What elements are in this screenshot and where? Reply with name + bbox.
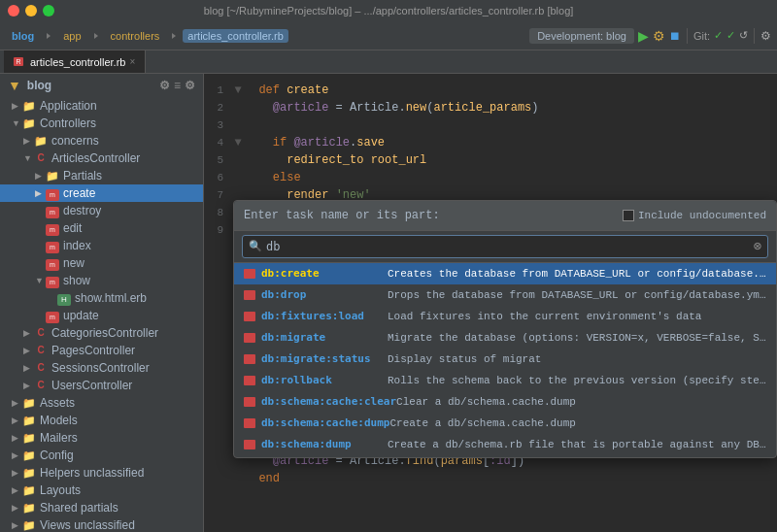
svg-marker-0 — [47, 33, 51, 39]
autocomplete-cmd: db:create — [261, 265, 388, 283]
sidebar-item-sessionscontroller[interactable]: ▶ C SessionsController — [0, 359, 203, 377]
code-content[interactable]: 1 ▼ def create 2 @article = Article.new(… — [204, 74, 777, 532]
autocomplete-row[interactable]: db:migrateMigrate the database (options:… — [234, 327, 776, 349]
window-title: blog [~/RubymineProjects/blog] – .../app… — [204, 5, 574, 17]
main-toolbar: blog app controllers articles_controller… — [0, 21, 777, 50]
autocomplete-row[interactable]: db:schema:cache:dumpCreate a db/schema.c… — [234, 413, 776, 434]
minimize-button[interactable] — [25, 5, 37, 17]
sidebar-item-layouts[interactable]: ▶ 📁 Layouts — [0, 482, 203, 499]
autocomplete-panel: Enter task name or its part: Include und… — [233, 200, 777, 458]
rake-icon — [242, 353, 257, 365]
sidebar-item-categoriescontroller[interactable]: ▶ C CategoriesController — [0, 324, 203, 342]
autocomplete-desc: Clear a db/schema.cache.dump — [396, 393, 576, 411]
sidebar-item-show[interactable]: ▼ m show — [0, 272, 203, 289]
autocomplete-row[interactable]: db:schema:dumpCreate a db/schema.rb file… — [234, 434, 776, 455]
sidebar-item-label: Controllers — [40, 116, 96, 130]
sidebar-item-destroy[interactable]: m destroy — [0, 202, 203, 219]
chevron-right-icon — [44, 31, 53, 41]
sidebar-item-shared-partials[interactable]: ▶ 📁 Shared partials — [0, 499, 203, 516]
sidebar-header-icons: ⚙ ≡ ⚙ — [159, 79, 195, 92]
code-line: 1 ▼ def create — [204, 82, 777, 99]
main-layout: ▼ blog ⚙ ≡ ⚙ ▶ 📁 Application ▼ 📁 Control… — [0, 74, 777, 532]
sidebar-root-label: blog — [27, 79, 51, 92]
clear-search-icon[interactable]: ⊗ — [754, 238, 761, 255]
autocomplete-results[interactable]: db:createCreates the database from DATAB… — [234, 263, 776, 457]
run-config[interactable]: Development: blog — [529, 28, 634, 44]
sidebar: ▼ blog ⚙ ≡ ⚙ ▶ 📁 Application ▼ 📁 Control… — [0, 74, 204, 532]
run-button[interactable]: ▶ — [638, 28, 649, 44]
autocomplete-cmd: db:schema:dump — [261, 436, 388, 453]
sidebar-item-label: Assets — [40, 396, 75, 410]
autocomplete-row[interactable]: db:dropDrops the database from DATABASE_… — [234, 284, 776, 306]
sidebar-item-mailers[interactable]: ▶ 📁 Mailers — [0, 429, 203, 447]
autocomplete-desc: Display status of migrat — [388, 350, 541, 368]
code-line: 4 ▼ if @article.save — [204, 134, 777, 151]
autocomplete-cmd: db:drop — [261, 286, 388, 304]
build-button[interactable]: ⚙ — [653, 28, 665, 44]
sidebar-item-views[interactable]: ▶ 📁 Views unclassified — [0, 516, 203, 532]
sidebar-item-edit[interactable]: m edit — [0, 219, 203, 237]
sidebar-header: ▼ blog ⚙ ≡ ⚙ — [0, 74, 203, 97]
debug-button[interactable]: ⏹ — [669, 29, 681, 43]
autocomplete-row[interactable]: db:schema:cache:clearClear a db/schema.c… — [234, 391, 776, 413]
toolbar-file[interactable]: articles_controller.rb — [183, 29, 287, 43]
sidebar-icon1[interactable]: ⚙ — [159, 79, 170, 92]
sidebar-item-label: concerns — [51, 134, 99, 148]
sidebar-item-helpers[interactable]: ▶ 📁 Helpers unclassified — [0, 464, 203, 482]
sidebar-item-label: index — [63, 239, 91, 252]
sidebar-item-label: destroy — [63, 204, 101, 217]
rake-icon — [242, 439, 257, 450]
autocomplete-row[interactable]: db:rollbackRolls the schema back to the … — [234, 370, 776, 391]
git-label: Git: ✓ ✓ ↺ — [693, 29, 748, 42]
sidebar-item-models[interactable]: ▶ 📁 Models — [0, 412, 203, 429]
sidebar-item-label: ArticlesController — [51, 151, 140, 165]
sidebar-item-create[interactable]: ▶ m create — [0, 184, 203, 202]
tab-close-icon[interactable]: × — [129, 56, 135, 67]
editor-area: 1 ▼ def create 2 @article = Article.new(… — [204, 74, 777, 532]
sidebar-item-articlescontroller[interactable]: ▼ C ArticlesController — [0, 150, 203, 167]
autocomplete-search-input[interactable] — [266, 240, 750, 253]
toolbar-controllers[interactable]: controllers — [105, 28, 166, 44]
active-tab[interactable]: R articles_controller.rb × — [4, 50, 146, 73]
sidebar-item-label: update — [63, 309, 99, 322]
maximize-button[interactable] — [43, 5, 54, 17]
search-icon: 🔍 — [249, 238, 262, 255]
sidebar-item-index[interactable]: m index — [0, 237, 203, 254]
sidebar-item-update[interactable]: m update — [0, 307, 203, 324]
autocomplete-row[interactable]: db:schema:loadLoad a schema.rb file into… — [234, 455, 776, 457]
settings-icon[interactable]: ⚙ — [760, 29, 771, 43]
autocomplete-row[interactable]: db:createCreates the database from DATAB… — [234, 263, 776, 284]
rake-icon — [242, 332, 257, 344]
sidebar-icon2[interactable]: ≡ — [174, 79, 181, 92]
sidebar-item-application[interactable]: ▶ 📁 Application — [0, 97, 203, 115]
autocomplete-row[interactable]: db:fixtures:loadLoad fixtures into the c… — [234, 306, 776, 327]
svg-marker-2 — [172, 33, 176, 39]
title-bar: blog [~/RubymineProjects/blog] – .../app… — [0, 0, 777, 21]
sidebar-item-label: Models — [40, 414, 78, 427]
sidebar-item-controllers[interactable]: ▼ 📁 Controllers — [0, 115, 203, 132]
sidebar-item-label: Views unclassified — [40, 518, 135, 532]
autocomplete-desc: Create a db/schema.cache.dump — [389, 415, 575, 432]
include-undocumented-checkbox[interactable] — [623, 210, 634, 221]
autocomplete-row[interactable]: db:migrate:statusDisplay status of migra… — [234, 349, 776, 370]
toolbar-app[interactable]: app — [57, 28, 86, 44]
close-button[interactable] — [8, 5, 19, 17]
rake-icon — [242, 375, 257, 386]
sidebar-item-label: UsersController — [51, 379, 132, 392]
toolbar-blog[interactable]: blog — [6, 28, 40, 44]
sidebar-item-new[interactable]: m new — [0, 254, 203, 272]
sidebar-item-label: Config — [40, 449, 74, 462]
sidebar-item-userscontroller[interactable]: ▶ C UsersController — [0, 377, 203, 394]
sidebar-item-pagescontroller[interactable]: ▶ C PagesController — [0, 342, 203, 359]
sidebar-icon3[interactable]: ⚙ — [185, 79, 195, 92]
sidebar-item-partials[interactable]: ▶ 📁 Partials — [0, 167, 203, 184]
sidebar-item-concerns[interactable]: ▶ 📁 concerns — [0, 132, 203, 150]
sidebar-item-assets[interactable]: ▶ 📁 Assets — [0, 394, 203, 412]
sidebar-item-config[interactable]: ▶ 📁 Config — [0, 447, 203, 464]
sidebar-item-label: new — [63, 256, 84, 270]
code-line: 2 @article = Article.new(article_params) — [204, 99, 777, 116]
code-line: 3 — [204, 116, 777, 134]
autocomplete-label: Enter task name or its part: — [244, 207, 440, 224]
sidebar-item-show-erb[interactable]: H show.html.erb — [0, 289, 203, 307]
chevron-right-icon2 — [91, 31, 101, 41]
